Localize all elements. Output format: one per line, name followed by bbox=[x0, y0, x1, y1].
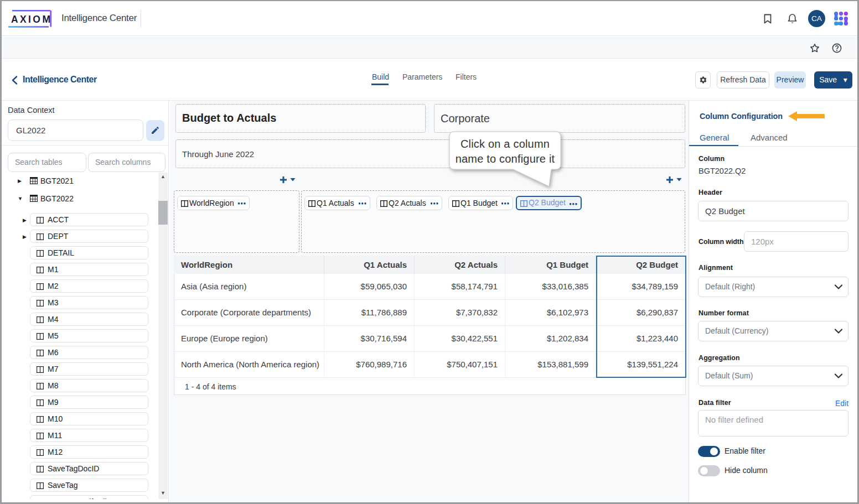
svg-text:AXIOM: AXIOM bbox=[11, 14, 52, 25]
